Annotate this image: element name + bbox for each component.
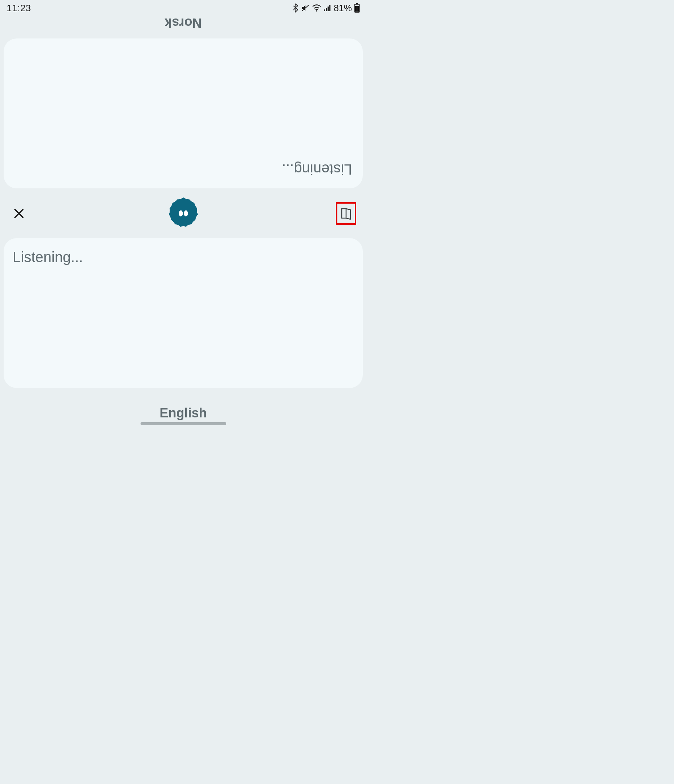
mute-icon — [301, 4, 310, 12]
close-icon — [13, 208, 25, 219]
target-language-label[interactable]: Norsk — [0, 15, 367, 31]
starburst-icon — [165, 195, 201, 232]
battery-percent: 81% — [334, 3, 352, 13]
source-translation-panel[interactable]: Listening... — [4, 238, 363, 388]
svg-point-1 — [316, 10, 317, 12]
split-view-button[interactable] — [336, 202, 356, 225]
svg-rect-5 — [329, 5, 331, 11]
target-listening-status: Listening... — [282, 161, 352, 177]
status-time: 11:23 — [6, 3, 31, 14]
battery-icon — [354, 3, 360, 13]
svg-rect-8 — [355, 6, 359, 12]
listening-indicator-badge[interactable] — [165, 195, 201, 232]
target-translation-panel[interactable]: Listening... — [4, 39, 363, 188]
wifi-icon — [312, 5, 321, 12]
source-listening-status: Listening... — [13, 249, 83, 265]
status-indicators: 81% — [292, 3, 360, 13]
center-toolbar — [0, 189, 367, 238]
status-bar: 11:23 — [0, 0, 367, 16]
svg-rect-4 — [328, 6, 329, 11]
svg-point-12 — [184, 210, 188, 217]
book-open-icon — [340, 207, 352, 219]
signal-icon — [324, 5, 332, 12]
close-button[interactable] — [10, 205, 28, 222]
bluetooth-icon — [292, 3, 299, 13]
source-language-label[interactable]: English — [0, 405, 367, 421]
svg-rect-3 — [326, 8, 327, 11]
svg-rect-2 — [324, 9, 325, 11]
navigation-handle[interactable] — [140, 422, 226, 425]
svg-point-11 — [179, 210, 183, 217]
